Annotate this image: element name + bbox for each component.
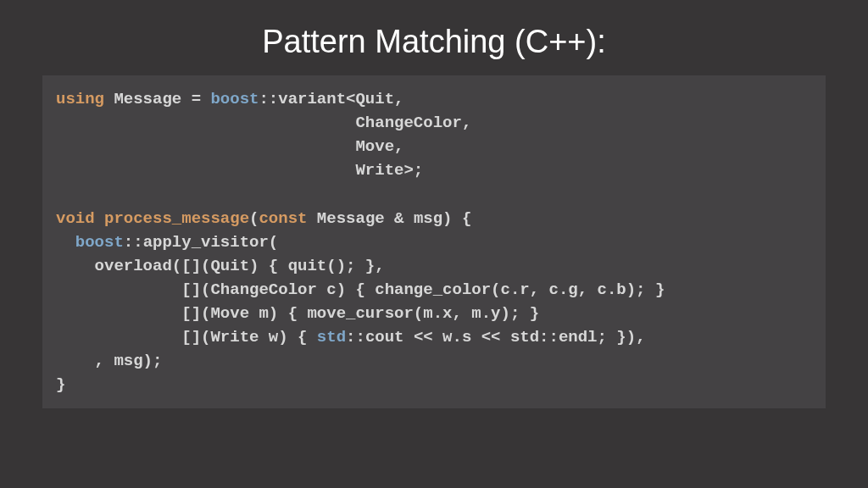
code-namespace: boost xyxy=(210,90,259,108)
code-namespace: std xyxy=(317,328,346,347)
code-namespace: boost xyxy=(75,233,124,252)
code-text: ::cout << w.s << std::endl; }), xyxy=(346,328,645,347)
slide: Pattern Matching (C++): using Message = … xyxy=(0,0,868,488)
code-text: [](Move m) { move_cursor(m.x, m.y); } xyxy=(56,304,539,323)
code-function: process_message xyxy=(104,209,249,228)
code-text xyxy=(56,233,75,252)
code-keyword: using xyxy=(56,90,104,108)
code-text: Message & msg) { xyxy=(307,209,471,228)
code-text: ChangeColor, xyxy=(56,114,471,132)
code-text: ( xyxy=(249,209,259,228)
slide-title: Pattern Matching (C++): xyxy=(42,24,826,60)
code-text: Move, xyxy=(56,137,403,156)
code-text: ::variant<Quit, xyxy=(259,90,403,108)
code-text: [](ChangeColor c) { change_color(c.r, c.… xyxy=(56,280,665,299)
code-keyword: void xyxy=(56,209,95,228)
code-text: [](Write w) { xyxy=(56,328,317,347)
code-block: using Message = boost::variant<Quit, Cha… xyxy=(42,75,826,408)
code-keyword: const xyxy=(259,209,307,228)
code-text: overload([](Quit) { quit(); }, xyxy=(56,257,385,275)
code-text: ::apply_visitor( xyxy=(124,233,278,252)
code-text: Write>; xyxy=(56,161,423,180)
code-text: , msg); xyxy=(56,352,162,370)
code-text: Message = xyxy=(104,90,210,108)
code-text xyxy=(95,209,104,228)
code-text: } xyxy=(56,375,65,394)
